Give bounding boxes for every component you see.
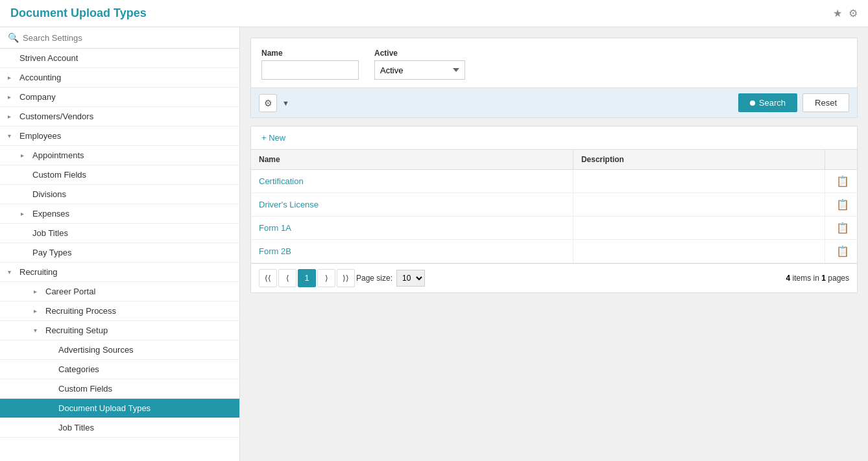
row-name-cell[interactable]: Form 2B <box>251 240 573 263</box>
table-row: Certification 📋 <box>251 170 857 193</box>
sidebar-item-document-upload-types[interactable]: Document Upload Types <box>0 399 239 418</box>
expand-icon-company: ▸ <box>8 93 16 100</box>
table-row: Form 2B 📋 <box>251 240 857 263</box>
sidebar-item-recruiting-setup[interactable]: ▾Recruiting Setup <box>0 321 239 340</box>
sidebar-label-striven-account: Striven Account <box>19 53 78 63</box>
sidebar-item-custom-fields[interactable]: Custom Fields <box>0 165 239 185</box>
sidebar-label-recruiting-setup: Recruiting Setup <box>45 325 108 335</box>
sidebar: 🔍 Striven Account▸Accounting▸Company▸Cus… <box>0 27 240 461</box>
row-actions-cell[interactable]: 📋 <box>825 240 857 263</box>
sidebar-item-striven-account[interactable]: Striven Account <box>0 49 239 68</box>
expand-icon-customers-vendors: ▸ <box>8 113 16 120</box>
active-select[interactable]: Active Inactive All <box>374 60 465 80</box>
page-title: Document Upload Types <box>10 6 147 20</box>
gear-icon[interactable]: ⚙ <box>849 7 858 19</box>
sidebar-label-custom-fields: Custom Fields <box>32 170 86 180</box>
page-size-select[interactable]: 10 25 50 <box>396 270 425 287</box>
row-name-cell[interactable]: Driver's License <box>251 193 573 217</box>
col-actions <box>825 150 857 170</box>
sidebar-label-document-upload-types: Document Upload Types <box>58 403 151 413</box>
sidebar-item-recruiting[interactable]: ▾Recruiting <box>0 263 239 282</box>
sidebar-item-custom-fields-rs[interactable]: Custom Fields <box>0 379 239 399</box>
last-page-button[interactable]: ⟩⟩ <box>337 269 355 287</box>
expand-icon-recruiting-process: ▸ <box>34 307 42 314</box>
first-page-button[interactable]: ⟨⟨ <box>259 269 277 287</box>
col-name: Name <box>251 150 573 170</box>
row-edit-icon[interactable]: 📋 <box>836 245 849 257</box>
col-description: Description <box>573 150 825 170</box>
row-description-cell <box>573 217 825 240</box>
pagination-info: 4 items in 1 pages <box>786 274 849 283</box>
pagination-controls: ⟨⟨ ⟨ 1 ⟩ ⟩⟩ Page size: 10 25 50 <box>259 269 425 287</box>
search-options-button[interactable]: ⚙ <box>259 94 277 112</box>
search-actions-right: Search Reset <box>738 93 849 112</box>
sidebar-item-job-titles-rs[interactable]: Job Titles <box>0 418 239 438</box>
row-edit-icon[interactable]: 📋 <box>836 222 849 234</box>
sidebar-label-expenses: Expenses <box>32 209 69 219</box>
row-name-cell[interactable]: Form 1A <box>251 217 573 240</box>
star-icon[interactable]: ★ <box>833 7 842 19</box>
sidebar-label-advertising-sources: Advertising Sources <box>58 345 134 355</box>
sidebar-label-job-titles: Job Titles <box>32 228 68 238</box>
sidebar-item-categories[interactable]: Categories <box>0 360 239 379</box>
sidebar-item-company[interactable]: ▸Company <box>0 88 239 107</box>
name-input[interactable] <box>261 60 359 80</box>
row-actions-cell[interactable]: 📋 <box>825 217 857 240</box>
results-table: Name Description Certification 📋 Driver'… <box>251 150 857 263</box>
next-page-button[interactable]: ⟩ <box>317 269 335 287</box>
sidebar-item-job-titles[interactable]: Job Titles <box>0 224 239 243</box>
sidebar-item-expenses[interactable]: ▸Expenses <box>0 204 239 224</box>
sidebar-item-divisions[interactable]: Divisions <box>0 185 239 204</box>
sidebar-label-employees: Employees <box>19 131 61 141</box>
sidebar-label-pay-types: Pay Types <box>32 248 71 257</box>
reset-button[interactable]: Reset <box>802 93 849 112</box>
sidebar-label-divisions: Divisions <box>32 189 66 199</box>
search-panel: Name Active Active Inactive All ⚙ <box>250 38 858 118</box>
row-actions-cell[interactable]: 📋 <box>825 170 857 193</box>
table-row: Driver's License 📋 <box>251 193 857 217</box>
search-input[interactable] <box>23 33 232 43</box>
table-body: Certification 📋 Driver's License 📋 Form … <box>251 170 857 263</box>
search-gear-icon: ⚙ <box>264 98 272 108</box>
sidebar-label-recruiting-process: Recruiting Process <box>45 306 116 316</box>
expand-icon-employees: ▾ <box>8 132 16 139</box>
sidebar-item-advertising-sources[interactable]: Advertising Sources <box>0 340 239 360</box>
expand-icon-accounting: ▸ <box>8 74 16 81</box>
row-name-cell[interactable]: Certification <box>251 170 573 193</box>
expand-icon-expenses: ▸ <box>21 210 29 217</box>
sidebar-item-customers-vendors[interactable]: ▸Customers/Vendors <box>0 107 239 126</box>
table-row: Form 1A 📋 <box>251 217 857 240</box>
page-size-label: Page size: <box>356 274 392 283</box>
row-actions-cell[interactable]: 📋 <box>825 193 857 217</box>
expand-icon-recruiting: ▾ <box>8 268 16 276</box>
sidebar-item-employees[interactable]: ▾Employees <box>0 126 239 146</box>
sidebar-label-career-portal: Career Portal <box>45 287 95 296</box>
search-options-chevron[interactable]: ▼ <box>282 99 289 107</box>
header-icons: ★ ⚙ <box>833 7 858 19</box>
row-edit-icon[interactable]: 📋 <box>836 175 849 187</box>
page-1-button[interactable]: 1 <box>298 269 316 287</box>
prev-page-button[interactable]: ⟨ <box>278 269 296 287</box>
sidebar-label-custom-fields-rs: Custom Fields <box>58 384 112 394</box>
main-layout: 🔍 Striven Account▸Accounting▸Company▸Cus… <box>0 27 868 461</box>
sidebar-item-pay-types[interactable]: Pay Types <box>0 243 239 263</box>
search-button[interactable]: Search <box>738 93 797 112</box>
row-edit-icon[interactable]: 📋 <box>836 198 849 211</box>
sidebar-item-recruiting-process[interactable]: ▸Recruiting Process <box>0 301 239 321</box>
table-header: Name Description <box>251 150 857 170</box>
expand-icon-career-portal: ▸ <box>34 288 42 295</box>
search-dot-icon <box>750 100 755 106</box>
top-header: Document Upload Types ★ ⚙ <box>0 0 868 27</box>
sidebar-item-career-portal[interactable]: ▸Career Portal <box>0 282 239 301</box>
new-button[interactable]: + New <box>261 133 285 143</box>
sidebar-search-bar[interactable]: 🔍 <box>0 27 239 49</box>
content-area: Name Active Active Inactive All ⚙ <box>240 27 868 461</box>
name-field-group: Name <box>261 49 359 80</box>
sidebar-label-recruiting: Recruiting <box>19 267 58 277</box>
active-label: Active <box>374 49 465 58</box>
name-label: Name <box>261 49 359 58</box>
sidebar-item-appointments[interactable]: ▸Appointments <box>0 146 239 165</box>
row-description-cell <box>573 193 825 217</box>
search-actions-left: ⚙ ▼ <box>259 94 289 112</box>
sidebar-item-accounting[interactable]: ▸Accounting <box>0 68 239 88</box>
